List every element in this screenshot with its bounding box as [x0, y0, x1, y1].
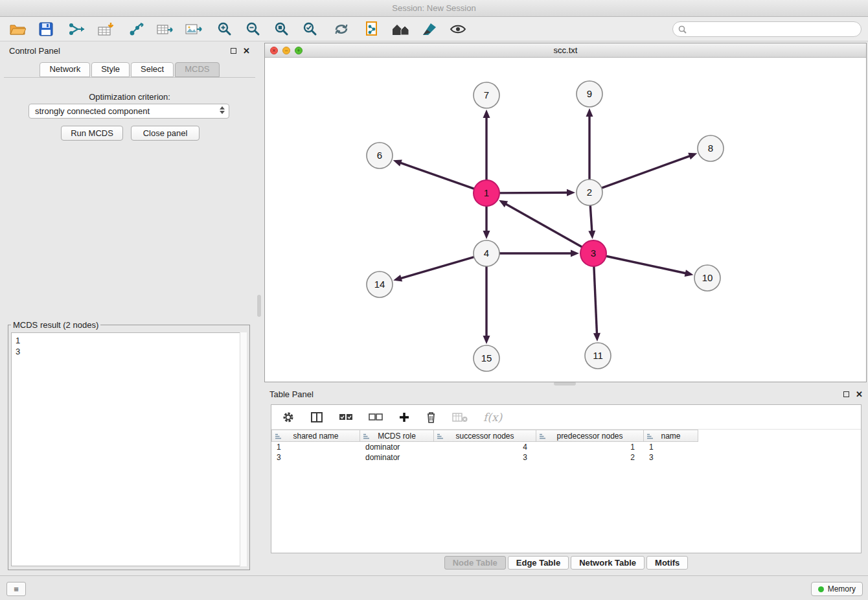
- table-cell[interactable]: 3: [271, 452, 360, 463]
- maximize-window-icon[interactable]: +: [295, 47, 303, 54]
- tab-network-table[interactable]: Network Table: [571, 556, 645, 570]
- graph-edge-2-3[interactable]: [590, 205, 592, 232]
- close-window-icon[interactable]: ×: [270, 47, 278, 54]
- table-cell[interactable]: 3: [644, 452, 698, 463]
- edge-arrowhead: [685, 270, 694, 277]
- float-panel-icon[interactable]: [231, 48, 236, 54]
- mcds-result-list[interactable]: 13: [11, 332, 247, 566]
- table-cell[interactable]: 1: [536, 442, 644, 452]
- delete-table-icon: [452, 412, 468, 422]
- column-header-successor-nodes[interactable]: successor nodes: [434, 430, 536, 442]
- edge-arrowhead: [567, 189, 575, 196]
- checked-boxes-icon: [339, 413, 353, 421]
- column-selector-icon: [310, 411, 323, 423]
- table-row[interactable]: 1dominator411: [271, 442, 861, 452]
- graph-edge-1-6[interactable]: [400, 163, 474, 189]
- tab-mcds[interactable]: MCDS: [175, 62, 219, 77]
- export-image-button[interactable]: [184, 20, 203, 38]
- table-float-icon[interactable]: [843, 391, 849, 397]
- graph-node-label-15: 15: [481, 352, 492, 363]
- network-graph[interactable]: 7968124314101511: [265, 58, 866, 382]
- trash-icon: [426, 411, 437, 424]
- graph-edge-2-8[interactable]: [602, 156, 691, 188]
- sort-icon: [646, 433, 654, 440]
- table-cell[interactable]: dominator: [360, 442, 434, 452]
- table-cell[interactable]: 4: [434, 442, 536, 452]
- main-toolbar: [0, 17, 868, 41]
- tab-network[interactable]: Network: [40, 62, 90, 77]
- add-column-button[interactable]: [398, 411, 410, 423]
- result-line: 1: [16, 335, 242, 346]
- network-window-title: scc.txt: [265, 45, 866, 55]
- close-panel-icon[interactable]: ✕: [243, 46, 250, 56]
- tab-node-table[interactable]: Node Table: [444, 556, 506, 570]
- zoom-in-button[interactable]: [215, 20, 234, 38]
- copy-network-button[interactable]: [363, 20, 382, 38]
- save-session-button[interactable]: [36, 20, 56, 38]
- table-tabs: Node Table Edge Table Network Table Moti…: [264, 556, 868, 570]
- table-cell[interactable]: 2: [536, 452, 644, 463]
- tab-motifs[interactable]: Motifs: [646, 556, 688, 570]
- column-selector-button[interactable]: [310, 411, 323, 423]
- column-header-name[interactable]: name: [644, 430, 698, 442]
- sort-icon: [437, 433, 444, 440]
- show-hide-button[interactable]: [448, 20, 468, 38]
- task-history-button[interactable]: ≡: [6, 582, 26, 596]
- export-network-button[interactable]: [127, 20, 146, 38]
- zoom-fit-icon: [274, 21, 290, 37]
- style-brush-icon: [422, 22, 437, 36]
- delete-column-button[interactable]: [426, 411, 437, 424]
- table-cell[interactable]: dominator: [360, 452, 434, 463]
- network-window-titlebar[interactable]: × − + scc.txt: [265, 43, 866, 58]
- column-header-MCDS-role[interactable]: MCDS role: [360, 430, 434, 442]
- result-scrollbar[interactable]: [240, 332, 247, 566]
- optimization-criterion-select[interactable]: strongly connected component: [29, 104, 229, 119]
- function-builder-button[interactable]: f(x): [483, 411, 502, 424]
- edge-arrowhead: [688, 153, 697, 159]
- refresh-layout-button[interactable]: [332, 20, 351, 38]
- delete-table-button[interactable]: [452, 412, 468, 422]
- select-all-columns-button[interactable]: [339, 413, 353, 421]
- sort-icon: [539, 433, 546, 440]
- deselect-all-columns-button[interactable]: [369, 413, 383, 421]
- gear-icon: [282, 411, 295, 424]
- table-cell[interactable]: 1: [271, 442, 360, 452]
- home-button[interactable]: [391, 20, 411, 38]
- zoom-selected-button[interactable]: [301, 20, 320, 38]
- zoom-out-button[interactable]: [244, 20, 263, 38]
- open-session-button[interactable]: [8, 20, 27, 38]
- close-panel-button[interactable]: Close panel: [131, 126, 200, 141]
- memory-button[interactable]: Memory: [811, 582, 863, 596]
- graph-edge-4-14[interactable]: [400, 257, 474, 279]
- column-header-shared-name[interactable]: shared name: [271, 430, 360, 442]
- table-row[interactable]: 3dominator323: [271, 452, 861, 463]
- import-network-button[interactable]: [67, 20, 87, 38]
- graph-node-label-8: 8: [708, 143, 713, 154]
- graph-node-label-14: 14: [374, 279, 385, 290]
- tab-style[interactable]: Style: [91, 62, 130, 77]
- search-input[interactable]: [691, 23, 861, 36]
- graph-edge-1-2[interactable]: [499, 192, 568, 193]
- minimize-window-icon[interactable]: −: [282, 47, 290, 54]
- table-cell[interactable]: 1: [644, 442, 698, 452]
- vertical-splitter[interactable]: [257, 295, 261, 317]
- zoom-fit-button[interactable]: [272, 20, 291, 38]
- table-settings-button[interactable]: [282, 411, 295, 424]
- import-table-button[interactable]: [96, 20, 115, 38]
- graph-edge-3-11[interactable]: [594, 266, 597, 334]
- graph-edge-3-1[interactable]: [505, 203, 582, 247]
- edge-arrowhead: [483, 231, 490, 239]
- style-brush-button[interactable]: [420, 20, 439, 38]
- tab-edge-table[interactable]: Edge Table: [508, 556, 569, 570]
- tab-select[interactable]: Select: [131, 62, 174, 77]
- table-close-icon[interactable]: ✕: [856, 389, 863, 399]
- export-table-button[interactable]: [155, 20, 175, 38]
- network-canvas[interactable]: 7968124314101511: [265, 58, 866, 382]
- network-view-window: × − + scc.txt 7968124314101511: [264, 43, 867, 382]
- column-header-predecessor-nodes[interactable]: predecessor nodes: [536, 430, 644, 442]
- control-panel-header: Control Panel ✕: [4, 43, 255, 58]
- table-cell[interactable]: 3: [434, 452, 536, 463]
- run-mcds-button[interactable]: Run MCDS: [61, 126, 123, 141]
- graph-edge-3-10[interactable]: [606, 256, 687, 273]
- search-field[interactable]: [672, 21, 862, 37]
